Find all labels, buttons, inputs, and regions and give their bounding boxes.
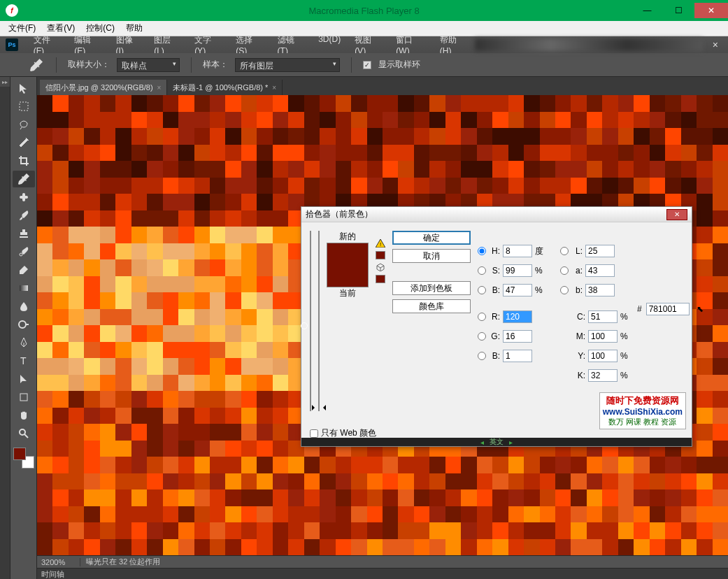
c-input[interactable] [588,310,618,323]
svg-point-8 [20,429,25,435]
color-picker-titlebar[interactable]: 拾色器（前景色） ✕ [301,207,692,222]
blur-tool[interactable] [13,298,35,315]
k-input[interactable] [588,369,618,382]
svg-rect-4 [20,285,28,291]
cube-icon[interactable] [376,263,385,271]
close-button[interactable]: ✕ [694,3,728,18]
ime-label[interactable]: 英文 [490,437,504,447]
h-radio[interactable] [478,247,486,255]
color-swatches[interactable] [13,448,34,469]
l-radio[interactable] [560,247,569,255]
crop-tool[interactable] [13,152,35,169]
a-input[interactable] [585,264,615,277]
ime-arrow-icon[interactable]: ▸ [509,438,513,446]
r-radio[interactable] [478,313,486,321]
ps-titlebar: Ps 文件(F) 编辑(E) 图像(I) 图层(L) 文字(Y) 选择(S) 滤… [0,36,728,53]
zoom-level[interactable]: 3200% [37,558,80,566]
color-field-cursor [301,322,308,329]
maximize-button[interactable]: ☐ [663,3,694,18]
m-input[interactable] [588,330,618,343]
healing-tool[interactable] [13,189,35,206]
tab-close-icon[interactable]: × [272,84,276,92]
hex-input[interactable] [646,303,690,315]
taskbar: ◂ 英文 ▸ [301,438,692,446]
marquee-tool[interactable] [13,98,35,115]
flash-icon: f [6,4,18,17]
ps-logo-icon: Ps [6,38,18,51]
obscured-region [475,38,703,51]
current-color-label: 当前 [339,287,356,299]
type-tool[interactable]: T [13,352,35,369]
lasso-tool[interactable] [13,116,35,133]
foreground-color-swatch[interactable] [13,448,26,460]
gamut-swatch[interactable] [376,251,385,259]
g-input[interactable] [503,330,532,343]
gradient-tool[interactable] [13,280,35,296]
s-radio[interactable] [478,266,486,275]
flash-titlebar[interactable]: f Macromedia Flash Player 8 — ☐ ✕ [0,0,728,21]
g-radio[interactable] [478,332,486,341]
sample-size-select[interactable]: 取样点 [117,58,180,72]
dodge-tool[interactable] [13,316,35,333]
websafe-swatch[interactable] [376,275,385,283]
web-only-checkbox[interactable] [310,429,318,438]
cancel-button[interactable]: 取消 [392,249,471,263]
new-color-label: 新的 [339,231,356,243]
ime-arrow-icon[interactable]: ◂ [480,438,484,446]
b2-input[interactable] [503,350,532,362]
wand-tool[interactable] [13,134,35,151]
cursor-icon: ⬉ [697,304,704,314]
zoom-tool[interactable] [13,425,35,442]
shape-tool[interactable] [13,389,35,406]
tab-close-icon[interactable]: × [157,84,162,92]
minimize-button[interactable]: — [631,3,663,18]
svg-point-3 [20,253,22,256]
svg-text:T: T [20,355,27,366]
b2-radio[interactable] [478,352,486,360]
l-input[interactable] [585,245,615,257]
eyedropper-icon[interactable] [28,57,45,73]
ps-close-button[interactable]: × [708,39,722,50]
sample-label: 样本： [203,59,228,71]
show-ring-checkbox[interactable]: ✓ [363,61,371,69]
rail-toggle[interactable]: ▸▸ [0,77,10,87]
ok-button[interactable]: 确定 [392,231,471,245]
left-rail: ▸▸ [0,77,10,579]
hand-tool[interactable] [13,407,35,424]
color-field[interactable] [310,231,311,411]
path-select-tool[interactable] [13,371,35,387]
s-input[interactable] [503,264,532,277]
a-radio[interactable] [560,266,569,275]
y-input[interactable] [588,350,618,362]
b-radio[interactable] [478,286,486,294]
lab-b-radio[interactable] [560,286,569,294]
color-library-button[interactable]: 颜色库 [392,299,471,313]
color-preview [327,243,369,287]
hue-slider[interactable] [318,231,320,411]
color-picker-title: 拾色器（前景色） [306,208,373,220]
timeline-panel[interactable]: 时间轴 [37,568,728,579]
b-input[interactable] [503,284,532,296]
add-swatch-button[interactable]: 添加到色板 [392,281,471,295]
h-input[interactable] [503,245,532,257]
history-brush-tool[interactable] [13,243,35,260]
pen-tool[interactable] [13,334,35,351]
lab-b-input[interactable] [585,284,615,296]
tab-document-2[interactable]: 未标题-1 @ 100%(RGB/8) *× [167,80,283,95]
move-tool[interactable] [13,80,35,96]
new-color-swatch [327,243,368,265]
current-color-swatch[interactable] [327,265,368,287]
tab-document-1[interactable]: 信阳小景.jpg @ 3200%(RGB/8)× [40,80,167,95]
stamp-tool[interactable] [13,225,35,242]
gamut-warning-icon[interactable]: ! [376,239,385,248]
dialog-close-button[interactable]: ✕ [666,209,687,220]
ps-options-bar: 取样大小： 取样点 样本： 所有图层 ✓ 显示取样环 [0,53,728,77]
eraser-tool[interactable] [13,262,35,278]
watermark: 随时下免费资源网 www.SuiShiXia.com 数万 网课 教程 资源 [599,392,686,429]
eyedropper-tool[interactable] [13,171,35,187]
sample-layer-select[interactable]: 所有图层 [235,58,340,72]
svg-rect-2 [22,193,25,201]
r-input[interactable] [503,310,532,323]
svg-point-5 [19,321,26,328]
brush-tool[interactable] [13,207,35,224]
